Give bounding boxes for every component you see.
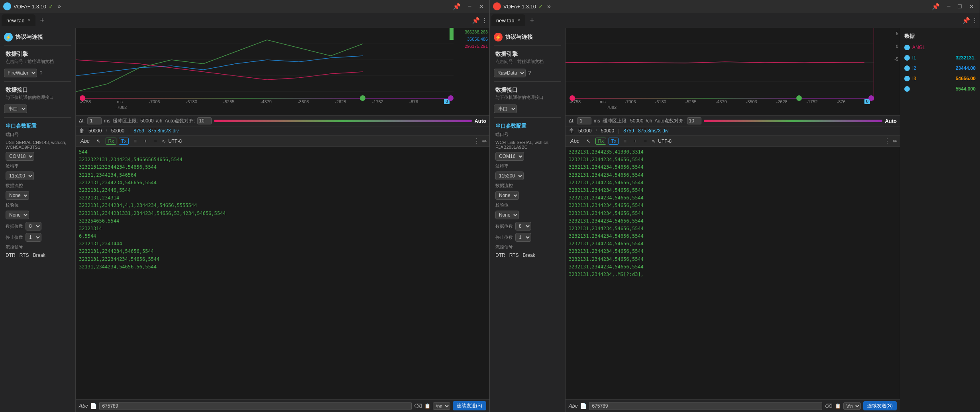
left-serial-input-field[interactable]: [99, 402, 412, 410]
left-slider-dot-mid[interactable]: [360, 95, 365, 101]
left-serial-clear-btn[interactable]: ⌫: [414, 403, 422, 409]
left-serial-file-btn[interactable]: 📄: [90, 403, 97, 409]
left-slider-dot-right[interactable]: [448, 95, 454, 101]
left-stb-tx[interactable]: Tx: [119, 138, 129, 145]
left-port-select[interactable]: COM18: [6, 152, 34, 161]
right-max-btn[interactable]: □: [955, 2, 964, 11]
right-tab-close[interactable]: ×: [518, 18, 520, 23]
right-stopbits-select[interactable]: 1: [515, 233, 531, 242]
right-stb-dots[interactable]: ⋮: [884, 137, 890, 145]
left-stb-eraser[interactable]: ✏: [482, 138, 487, 144]
left-stb-minus[interactable]: −: [152, 137, 160, 145]
right-toggle-angl[interactable]: [904, 45, 910, 50]
left-stopbits-select[interactable]: 1: [26, 233, 41, 242]
left-parity-select[interactable]: None: [6, 211, 29, 219]
left-stb-align[interactable]: ≡: [131, 137, 139, 145]
right-tab-menu[interactable]: ⋮: [972, 17, 978, 24]
left-buffer-unit: /ch: [156, 118, 162, 124]
right-chart-slider[interactable]: [570, 95, 874, 101]
right-auto-points-input[interactable]: [687, 117, 701, 124]
left-min-btn[interactable]: −: [465, 2, 474, 11]
right-serial-copy-btn[interactable]: 📋: [835, 403, 841, 409]
right-dots-icon[interactable]: »: [547, 3, 551, 10]
right-serial-abc-btn[interactable]: Abc: [569, 403, 577, 409]
left-tab-add[interactable]: +: [37, 15, 48, 26]
left-serial-output[interactable]: 544 3232322131,2344234,546565654656,5544…: [76, 147, 489, 399]
right-trash-icon[interactable]: 🗑: [569, 128, 574, 134]
right-slider-track[interactable]: [575, 98, 796, 99]
right-baud-select[interactable]: 115200: [495, 172, 524, 180]
right-tab-add[interactable]: +: [527, 15, 538, 26]
left-serial-newline-select[interactable]: \r\n: [433, 402, 450, 410]
right-slider-dot-right[interactable]: [868, 95, 874, 101]
right-toolbar-slider[interactable]: [704, 120, 882, 122]
right-serial-clear-btn[interactable]: ⌫: [825, 403, 833, 409]
left-serial-copy-btn[interactable]: 📋: [424, 403, 430, 409]
right-stb-eraser[interactable]: ✏: [893, 138, 898, 144]
right-serial-send-btn[interactable]: 连续发送(S): [863, 401, 897, 410]
right-databits-select[interactable]: 8: [515, 222, 531, 231]
right-stb-abc[interactable]: Abc: [568, 137, 581, 145]
right-slider-dot-mid[interactable]: [796, 95, 802, 101]
right-stb-cursor[interactable]: ↖: [584, 137, 593, 145]
left-tab-bar: new tab × + 📌 ⋮: [0, 13, 489, 28]
right-tab-newtab[interactable]: new tab ×: [491, 14, 525, 26]
right-pin-btn[interactable]: 📌: [929, 2, 942, 11]
right-tab-pin[interactable]: 📌: [962, 17, 970, 24]
right-stb-rx[interactable]: Rx: [595, 138, 606, 145]
right-port-select[interactable]: COM16: [495, 152, 524, 161]
right-serial-input-field[interactable]: [589, 402, 822, 410]
left-trash-icon[interactable]: 🗑: [79, 128, 84, 134]
left-stb-dots[interactable]: ⋮: [473, 137, 480, 145]
left-dots-icon[interactable]: »: [57, 3, 61, 10]
left-port-type-select[interactable]: 串口: [4, 104, 27, 113]
left-serial-abc-btn[interactable]: Abc: [79, 403, 88, 409]
right-serial-newline-select[interactable]: \r\n: [843, 402, 861, 410]
left-stb-rx[interactable]: Rx: [106, 138, 116, 145]
left-fw-select[interactable]: FireWater: [4, 69, 37, 77]
right-stb-align[interactable]: ≡: [621, 137, 629, 145]
right-fw-select[interactable]: RawData: [494, 69, 526, 77]
right-serial-config-title[interactable]: 串口参数配置: [490, 120, 565, 130]
right-stb-tx[interactable]: Tx: [609, 138, 619, 145]
left-pin-btn[interactable]: 📌: [450, 2, 463, 11]
right-parity-select[interactable]: None: [495, 211, 519, 219]
left-databits-select[interactable]: 8: [26, 222, 41, 231]
left-tab-newtab[interactable]: new tab ×: [2, 14, 35, 26]
left-slider-dot-left[interactable]: [80, 95, 85, 101]
right-toggle-i4[interactable]: [904, 86, 910, 92]
left-tab-close[interactable]: ×: [28, 18, 31, 23]
left-flow-select[interactable]: None: [6, 191, 29, 200]
left-delta-t-input[interactable]: [87, 117, 102, 124]
right-flow-select[interactable]: None: [495, 191, 519, 200]
left-toolbar-slider[interactable]: [214, 120, 472, 122]
right-delta-t-input[interactable]: [577, 117, 591, 124]
right-close-btn[interactable]: ✕: [966, 2, 976, 11]
left-stb-plus[interactable]: +: [141, 137, 149, 145]
left-stb-cursor[interactable]: ↖: [94, 137, 103, 145]
left-chart-serial: 366288.263 35056.486 -296175.291 -8758 m…: [76, 28, 489, 412]
right-min-btn[interactable]: −: [945, 2, 953, 11]
left-serial-config-title[interactable]: 串口参数配置: [0, 120, 75, 130]
right-serial-output[interactable]: 3232131,2344235,41330,3314 3232131,23442…: [566, 147, 900, 399]
left-slider-track[interactable]: [85, 98, 360, 99]
left-baud-select[interactable]: 115200: [6, 172, 34, 180]
left-tab-menu[interactable]: ⋮: [481, 17, 488, 24]
right-port-type-select[interactable]: 串口: [494, 104, 517, 113]
right-help-icon[interactable]: ?: [528, 70, 531, 76]
left-stb-abc[interactable]: Abc: [78, 137, 92, 145]
right-slider-dot-left[interactable]: [570, 95, 575, 101]
right-toggle-i1[interactable]: [904, 55, 910, 61]
right-serial-file-btn[interactable]: 📄: [580, 403, 587, 409]
left-chart-slider[interactable]: [80, 95, 454, 101]
right-stb-plus[interactable]: +: [631, 137, 639, 145]
right-toggle-i2[interactable]: [904, 65, 910, 71]
right-toggle-i3[interactable]: [904, 76, 910, 81]
left-help-icon[interactable]: ?: [39, 70, 43, 76]
left-serial-send-btn[interactable]: 连续发送(S): [453, 401, 486, 410]
left-tab-pin[interactable]: 📌: [472, 17, 480, 24]
list-item: 3232131,232344234,54656,5544: [79, 256, 486, 263]
left-auto-points-input[interactable]: [197, 117, 212, 124]
left-close-btn[interactable]: ✕: [476, 2, 486, 11]
right-stb-minus[interactable]: −: [642, 137, 650, 145]
